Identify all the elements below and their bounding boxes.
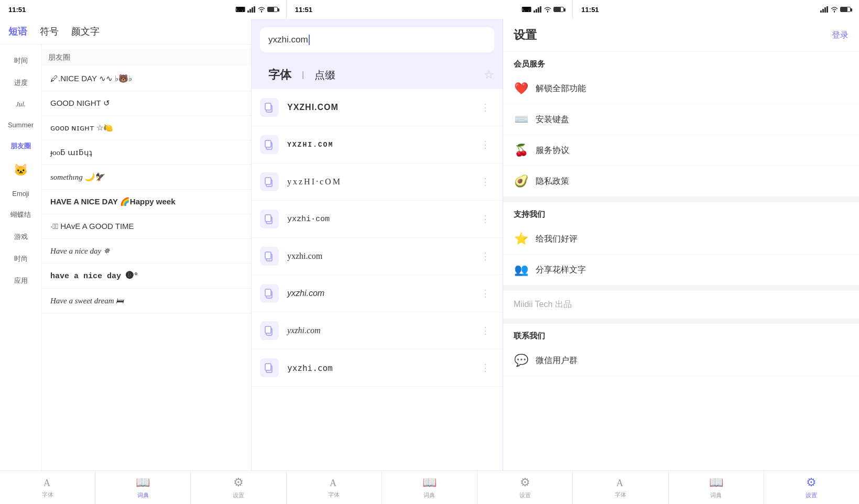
list-item[interactable]: have a nice day 🅓° bbox=[42, 264, 251, 289]
svg-rect-0 bbox=[247, 10, 249, 13]
status-bar-right: 11:51 bbox=[573, 0, 859, 19]
wifi-icon-right bbox=[831, 6, 838, 13]
status-icons-right bbox=[820, 6, 851, 13]
tab-phrases[interactable]: 短语 bbox=[8, 25, 27, 38]
settings-title: 设置 bbox=[514, 27, 537, 43]
svg-rect-10 bbox=[824, 7, 826, 13]
tab-decoration[interactable]: 点缀 bbox=[306, 66, 344, 84]
settings-item-wechat[interactable]: 💬 微信用户群 bbox=[503, 345, 859, 376]
right-panel: 设置 登录 会员服务 ❤️ 解锁全部功能 ⌨️ 安装键盘 🍒 服务协议 🥑 隐私… bbox=[503, 19, 859, 470]
more-options-icon[interactable]: ⋮ bbox=[476, 358, 494, 378]
sidebar-item-app[interactable]: 应用 bbox=[0, 271, 41, 291]
member-section-header: 会员服务 bbox=[503, 52, 859, 73]
sidebar-item-bow[interactable]: 蝴蝶结 bbox=[0, 205, 41, 225]
nav-font-left[interactable]: A 字体 bbox=[0, 471, 95, 504]
font-row[interactable]: yxzHI·cOM ⋮ bbox=[252, 163, 503, 201]
signal-icon-right bbox=[820, 6, 829, 13]
more-options-icon[interactable]: ⋮ bbox=[476, 97, 494, 117]
font-row[interactable]: yxzhi.com ⋮ bbox=[252, 349, 503, 387]
svg-rect-6 bbox=[538, 7, 539, 13]
settings-item-privacy[interactable]: 🥑 隐私政策 bbox=[503, 166, 859, 197]
favorite-star-icon[interactable]: ☆ bbox=[484, 68, 494, 82]
sidebar: 时间 进度 Jul. Summer 朋友圈 🐱 Emoji 蝴蝶结 游戏 时尚 … bbox=[0, 45, 42, 470]
login-button[interactable]: 登录 bbox=[832, 30, 849, 41]
more-options-icon[interactable]: ⋮ bbox=[476, 135, 494, 155]
font-row[interactable]: yxzhi·com ⋮ bbox=[252, 201, 503, 238]
svg-rect-13 bbox=[265, 103, 271, 110]
nav-label-settings-left: 设置 bbox=[233, 491, 244, 499]
list-item[interactable]: GOOD NIGHT ↺ bbox=[42, 91, 251, 116]
font-row[interactable]: YXZHI.COM ⋮ bbox=[252, 126, 503, 163]
font-row[interactable]: YXZHI.COM ⋮ bbox=[252, 89, 503, 126]
settings-item-share[interactable]: 👥 分享花样文字 bbox=[503, 255, 859, 286]
settings-item-terms[interactable]: 🍒 服务协议 bbox=[503, 135, 859, 166]
more-options-icon[interactable]: ⋮ bbox=[476, 321, 494, 341]
sidebar-item-moments[interactable]: 朋友圈 bbox=[0, 136, 41, 156]
more-options-icon[interactable]: ⋮ bbox=[476, 209, 494, 229]
nav-settings-middle[interactable]: ⚙ 设置 bbox=[477, 471, 573, 504]
nav-dictionary-middle[interactable]: 📖 词典 bbox=[382, 471, 477, 504]
sidebar-item-summer[interactable]: Summer bbox=[0, 116, 41, 134]
nav-settings-right[interactable]: ⚙ 设置 bbox=[764, 471, 859, 504]
sidebar-item-cat[interactable]: 🐱 bbox=[0, 158, 41, 182]
dictionary-icon-left: 📖 bbox=[136, 476, 150, 489]
brand-label: Miidii Tech 出品 bbox=[503, 291, 859, 319]
middle-panel: yxzhi.com 字体 | 点缀 ☆ YXZHI.COM ⋮ YXZHI.CO… bbox=[252, 19, 503, 470]
phrase-list: 朋友圈 🖊.NICE DAY ∿∿ ♭🐻♭ GOOD NIGHT ↺ ɢᴏᴏᴅ … bbox=[42, 45, 251, 470]
share-icon: 👥 bbox=[514, 263, 528, 277]
list-item[interactable]: Have a nice day ✵ bbox=[42, 239, 251, 264]
font-display-text: yxzhi.com bbox=[287, 326, 476, 335]
font-copy-icon bbox=[260, 284, 279, 303]
font-display-text: yxzhi·com bbox=[287, 215, 476, 224]
privacy-icon: 🥑 bbox=[514, 174, 528, 188]
svg-rect-11 bbox=[827, 6, 828, 13]
sidebar-item-game[interactable]: 游戏 bbox=[0, 227, 41, 247]
list-item[interactable]: ɟooƃ ɯɪƃɥʇ bbox=[42, 140, 251, 165]
sidebar-item-jul[interactable]: Jul. bbox=[0, 95, 41, 114]
tab-symbols[interactable]: 符号 bbox=[40, 25, 59, 38]
phrase-text: Have a sweet dream 🛏 bbox=[50, 297, 124, 305]
time-middle: 11:51 bbox=[295, 6, 312, 14]
time-left: 11:51 bbox=[8, 6, 26, 14]
signal-icon-middle bbox=[534, 6, 542, 13]
left-panel: 短语 符号 颜文字 时间 进度 Jul. Summer 朋友圈 🐱 Emoji … bbox=[0, 19, 252, 470]
settings-item-review[interactable]: ⭐ 给我们好评 bbox=[503, 224, 859, 255]
tab-emoticons[interactable]: 颜文字 bbox=[71, 25, 100, 38]
battery-right bbox=[840, 7, 851, 12]
nav-font-right[interactable]: A 字体 bbox=[573, 471, 668, 504]
list-item[interactable]: Have a sweet dream 🛏 bbox=[42, 289, 251, 313]
font-display-text: yxzhi.com bbox=[287, 251, 476, 261]
font-row[interactable]: yxzhi.com ⋮ bbox=[252, 238, 503, 275]
list-item[interactable]: ·̩͙ HAvE A GOOD TIME bbox=[42, 214, 251, 239]
tab-font[interactable]: 字体 bbox=[260, 65, 300, 85]
nav-settings-left[interactable]: ⚙ 设置 bbox=[191, 471, 286, 504]
settings-item-keyboard[interactable]: ⌨️ 安装键盘 bbox=[503, 104, 859, 135]
sidebar-item-emoji[interactable]: Emoji bbox=[0, 184, 41, 203]
settings-item-unlock[interactable]: ❤️ 解锁全部功能 bbox=[503, 73, 859, 104]
sidebar-item-time[interactable]: 时间 bbox=[0, 51, 41, 71]
nav-label-dict-left: 词典 bbox=[137, 491, 149, 499]
font-row[interactable]: yxzhi.com ⋮ bbox=[252, 275, 503, 312]
more-options-icon[interactable]: ⋮ bbox=[476, 246, 494, 266]
svg-rect-17 bbox=[265, 178, 271, 184]
sidebar-item-fashion[interactable]: 时尚 bbox=[0, 249, 41, 269]
sidebar-item-progress[interactable]: 进度 bbox=[0, 73, 41, 93]
list-item[interactable]: ɢᴏᴏᴅ ɴɪɢʜᴛ ☆🍋 bbox=[42, 116, 251, 140]
list-item[interactable]: ѕomethıng 🌙🦅 bbox=[42, 165, 251, 190]
font-copy-icon bbox=[260, 210, 279, 228]
font-copy-icon bbox=[260, 358, 279, 377]
svg-rect-19 bbox=[265, 215, 271, 222]
time-right: 11:51 bbox=[581, 6, 599, 14]
svg-rect-8 bbox=[820, 10, 822, 13]
list-item[interactable]: 🖊.NICE DAY ∿∿ ♭🐻♭ bbox=[42, 67, 251, 91]
search-box[interactable]: yxzhi.com bbox=[260, 27, 494, 52]
nav-dictionary-right[interactable]: 📖 词典 bbox=[669, 471, 764, 504]
font-row[interactable]: yxzhi.com ⋮ bbox=[252, 312, 503, 349]
nav-dictionary-left[interactable]: 📖 词典 bbox=[95, 471, 191, 504]
list-item[interactable]: HAVE A NICE DAY 🌈Happy week bbox=[42, 190, 251, 214]
more-options-icon[interactable]: ⋮ bbox=[476, 283, 494, 303]
svg-rect-4 bbox=[534, 10, 535, 13]
nav-font-middle[interactable]: A 字体 bbox=[287, 471, 382, 504]
phrase-text: have a nice day 🅓° bbox=[50, 272, 138, 281]
more-options-icon[interactable]: ⋮ bbox=[476, 172, 494, 192]
